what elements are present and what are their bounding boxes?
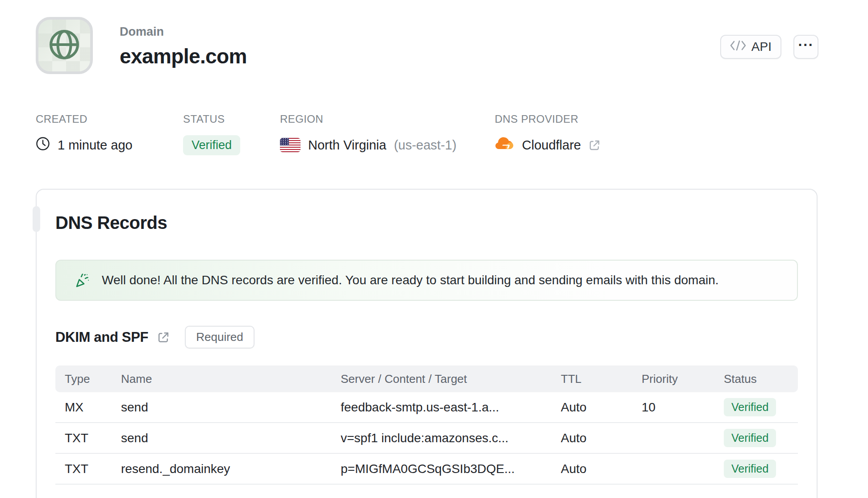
row-server: v=spf1 include:amazonses.c...	[341, 431, 561, 445]
region-label: REGION	[280, 113, 495, 125]
external-link-icon	[588, 139, 601, 151]
row-ttl: Auto	[561, 400, 642, 415]
cloudflare-icon	[495, 137, 514, 154]
meta-created: CREATED 1 minute ago	[36, 113, 183, 155]
dkim-spf-heading: DKIM and SPF	[55, 329, 148, 345]
code-icon	[730, 40, 746, 54]
region-value: North Virginia	[308, 138, 386, 153]
success-banner: Well done! All the DNS records are verif…	[55, 260, 798, 301]
header-actions: API ···	[720, 35, 818, 59]
card-notch	[33, 206, 40, 232]
api-button-label: API	[751, 40, 772, 54]
dns-records-heading: DNS Records	[55, 213, 798, 233]
col-priority: Priority	[642, 372, 724, 386]
globe-icon	[48, 28, 81, 63]
row-type: TXT	[65, 431, 121, 445]
dkim-external-link-icon[interactable]	[157, 331, 170, 344]
row-type: TXT	[65, 462, 121, 476]
col-ttl: TTL	[561, 372, 642, 386]
required-badge: Required	[185, 326, 255, 349]
row-server: feedback-smtp.us-east-1.a...	[341, 400, 561, 415]
status-badge: Verified	[183, 135, 240, 155]
dns-provider-value: Cloudflare	[522, 138, 581, 153]
table-row[interactable]: MX send feedback-smtp.us-east-1.a... Aut…	[55, 392, 798, 423]
meta-status: STATUS Verified	[183, 113, 280, 155]
dkim-spf-section-head: DKIM and SPF Required	[55, 326, 798, 349]
dns-records-card: DNS Records Well done! All the DNS recor…	[36, 189, 818, 498]
dns-table-header: Type Name Server / Content / Target TTL …	[55, 365, 798, 392]
col-type: Type	[65, 372, 121, 386]
row-type: MX	[65, 400, 121, 415]
page-title: example.com	[120, 44, 247, 68]
row-name: send	[121, 400, 341, 415]
us-flag-icon	[280, 138, 300, 152]
page-title-block: Domain example.com	[120, 25, 247, 68]
meta-dns-provider: DNS PROVIDER Cloudflare	[495, 113, 601, 155]
region-code: (us-east-1)	[394, 138, 456, 153]
row-server: p=MIGfMA0GCSqGSIb3DQE...	[341, 462, 561, 476]
page-eyebrow: Domain	[120, 25, 247, 39]
table-row[interactable]: TXT send v=spf1 include:amazonses.c... A…	[55, 423, 798, 454]
created-label: CREATED	[36, 113, 183, 125]
row-name: resend._domainkey	[121, 462, 341, 476]
col-status: Status	[724, 372, 798, 386]
ellipsis-icon: ···	[798, 37, 814, 53]
meta-region: REGION North Virginia (us-east-1)	[280, 113, 495, 155]
dns-table: Type Name Server / Content / Target TTL …	[55, 365, 798, 485]
row-status-badge: Verified	[724, 429, 776, 447]
dns-provider-label: DNS PROVIDER	[495, 113, 601, 125]
status-label: STATUS	[183, 113, 280, 125]
table-row[interactable]: TXT resend._domainkey p=MIGfMA0GCSqGSIb3…	[55, 454, 798, 485]
api-button[interactable]: API	[720, 35, 781, 59]
more-button[interactable]: ···	[793, 35, 818, 59]
domain-avatar	[36, 17, 93, 74]
dns-provider-link[interactable]: Cloudflare	[495, 135, 601, 155]
success-banner-text: Well done! All the DNS records are verif…	[102, 273, 719, 287]
row-status-badge: Verified	[724, 398, 776, 416]
row-status-badge: Verified	[724, 460, 776, 478]
row-priority: 10	[642, 400, 724, 415]
col-server: Server / Content / Target	[341, 372, 561, 386]
col-name: Name	[121, 372, 341, 386]
clock-icon	[36, 137, 50, 154]
row-name: send	[121, 431, 341, 445]
created-value: 1 minute ago	[58, 138, 133, 153]
meta-row: CREATED 1 minute ago STATUS Verified REG…	[36, 113, 841, 155]
row-ttl: Auto	[561, 462, 642, 476]
row-ttl: Auto	[561, 431, 642, 445]
party-popper-icon	[73, 272, 90, 289]
